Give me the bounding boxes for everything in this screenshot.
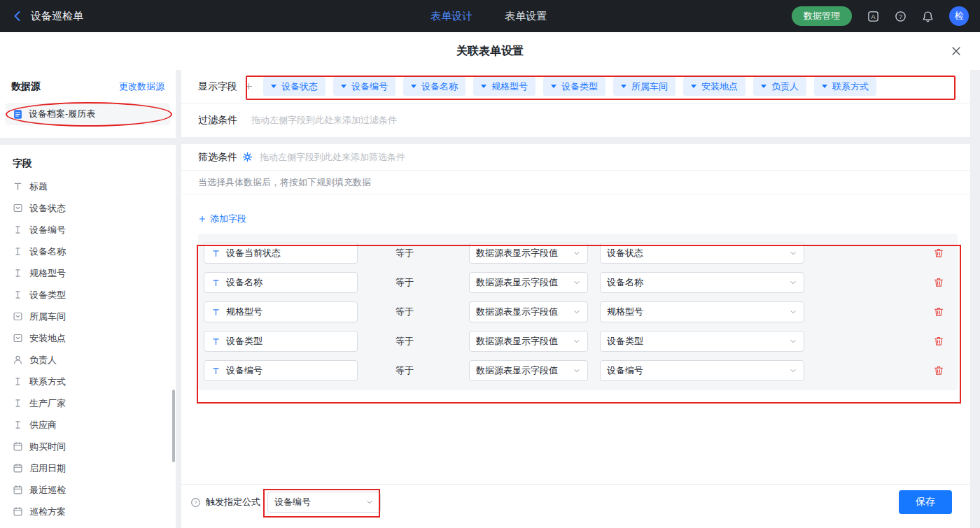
gear-icon[interactable] bbox=[242, 152, 253, 162]
select-icon bbox=[13, 311, 23, 322]
source-field-select[interactable]: 设备编号 bbox=[600, 360, 804, 381]
field-item-spec-model[interactable]: 规格型号 bbox=[0, 262, 176, 284]
datasource-item[interactable]: 设备档案-履历表 bbox=[6, 103, 170, 125]
display-filter-card: 显示字段 设备状态 设备编号 设备名称 规格型号 设备类型 所属车间 安装地点 … bbox=[181, 70, 970, 137]
close-icon[interactable] bbox=[951, 45, 962, 57]
display-field-chip[interactable]: 安装地点 bbox=[683, 77, 746, 96]
text-field-icon bbox=[211, 278, 220, 287]
tab-form-settings[interactable]: 表单设置 bbox=[505, 10, 547, 23]
source-field-select[interactable]: 设备状态 bbox=[600, 243, 804, 264]
field-item-workshop[interactable]: 所属车间 bbox=[0, 306, 176, 327]
display-field-chip[interactable]: 设备状态 bbox=[263, 77, 326, 96]
source-type-select[interactable]: 数据源表显示字段值 bbox=[469, 331, 588, 352]
source-type-select[interactable]: 数据源表显示字段值 bbox=[469, 272, 588, 293]
field-item-owner[interactable]: 负责人 bbox=[0, 349, 176, 371]
field-item-contact[interactable]: 联系方式 bbox=[0, 371, 176, 392]
field-item-device-no[interactable]: 设备编号 bbox=[0, 219, 176, 241]
filter-dropzone[interactable]: 拖动左侧字段到此处来添加过滤条件 bbox=[251, 114, 397, 127]
field-item-purchase-date[interactable]: 购买时间 bbox=[0, 436, 176, 457]
target-field-label: 规格型号 bbox=[226, 306, 262, 318]
chevron-down-icon bbox=[822, 85, 827, 88]
display-fields-label: 显示字段 bbox=[198, 80, 237, 93]
target-field-input[interactable]: 设备当前状态 bbox=[204, 243, 358, 264]
help-icon[interactable] bbox=[190, 497, 201, 508]
source-type-value: 数据源表显示字段值 bbox=[476, 364, 558, 377]
add-display-field-icon[interactable] bbox=[244, 82, 253, 91]
field-item-last-inspect[interactable]: 最近巡检 bbox=[0, 479, 176, 501]
source-field-select[interactable]: 设备类型 bbox=[600, 331, 804, 352]
display-field-chip[interactable]: 设备名称 bbox=[403, 77, 465, 96]
date-icon bbox=[13, 441, 23, 452]
source-field-select[interactable]: 规格型号 bbox=[600, 301, 804, 322]
chip-label: 设备类型 bbox=[561, 80, 598, 93]
help-icon[interactable] bbox=[895, 10, 906, 22]
display-field-chip[interactable]: 联系方式 bbox=[814, 77, 876, 96]
display-fields-row: 显示字段 设备状态 设备编号 设备名称 规格型号 设备类型 所属车间 安装地点 … bbox=[181, 70, 970, 104]
text-field-icon bbox=[211, 308, 220, 317]
display-field-chip[interactable]: 所属车间 bbox=[613, 77, 676, 96]
app-window: 设备巡检单 表单设计 表单设置 数据管理 检 关联表单设置 数据源 更改数据源 bbox=[0, 0, 980, 528]
field-item-manufacturer[interactable]: 生产厂家 bbox=[0, 392, 176, 414]
source-type-select[interactable]: 数据源表显示字段值 bbox=[469, 243, 588, 264]
sidebar-scrollbar[interactable] bbox=[172, 390, 175, 462]
fields-title: 字段 bbox=[0, 145, 176, 176]
field-label: 设备类型 bbox=[29, 289, 66, 301]
data-manage-button[interactable]: 数据管理 bbox=[792, 6, 852, 26]
chevron-down-icon bbox=[411, 85, 416, 88]
field-item-location[interactable]: 安装地点 bbox=[0, 327, 176, 349]
target-field-input[interactable]: 设备编号 bbox=[204, 360, 358, 381]
sidebar: 数据源 更改数据源 设备档案-履历表 字段 标题 设备状态 设备编号 设备名称 … bbox=[0, 70, 176, 528]
source-field-select[interactable]: 设备名称 bbox=[600, 272, 804, 293]
display-field-chip[interactable]: 规格型号 bbox=[473, 77, 536, 96]
field-label: 启用日期 bbox=[29, 462, 66, 475]
chevron-down-icon bbox=[573, 278, 581, 287]
delete-rule-icon[interactable] bbox=[933, 306, 944, 317]
screen-condition-row: 筛选条件 拖动左侧字段到此处来添加筛选条件 bbox=[181, 144, 970, 171]
display-field-chip[interactable]: 负责人 bbox=[753, 77, 806, 96]
chevron-down-icon bbox=[573, 249, 581, 257]
fields-card: 字段 标题 设备状态 设备编号 设备名称 规格型号 设备类型 所属车间 安装地点… bbox=[0, 145, 176, 528]
trigger-field-select[interactable]: 设备编号 bbox=[267, 492, 381, 513]
delete-rule-icon[interactable] bbox=[933, 277, 944, 288]
target-field-input[interactable]: 设备类型 bbox=[204, 331, 358, 352]
field-item-device-type[interactable]: 设备类型 bbox=[0, 284, 176, 306]
rule-row: 设备名称 等于 数据源表显示字段值 设备名称 bbox=[204, 272, 951, 293]
back-icon[interactable] bbox=[11, 10, 24, 22]
delete-rule-icon[interactable] bbox=[933, 365, 944, 376]
tab-form-design[interactable]: 表单设计 bbox=[430, 10, 472, 23]
avatar[interactable]: 检 bbox=[949, 6, 969, 26]
screen-condition-dropzone[interactable]: 拖动左侧字段到此处来添加筛选条件 bbox=[260, 151, 405, 164]
field-item-inspect-plan[interactable]: 巡检方案 bbox=[0, 501, 176, 522]
target-field-input[interactable]: 规格型号 bbox=[204, 301, 358, 322]
field-item-enable-date[interactable]: 启用日期 bbox=[0, 457, 176, 479]
display-field-chip[interactable]: 设备类型 bbox=[543, 77, 606, 96]
chip-label: 设备编号 bbox=[351, 80, 388, 93]
chevron-down-icon bbox=[573, 308, 581, 316]
text-field-icon bbox=[211, 249, 220, 258]
source-type-select[interactable]: 数据源表显示字段值 bbox=[469, 301, 588, 322]
field-item-device-status[interactable]: 设备状态 bbox=[0, 197, 176, 219]
save-button[interactable]: 保存 bbox=[899, 490, 952, 514]
source-field-value: 规格型号 bbox=[607, 306, 643, 318]
source-type-value: 数据源表显示字段值 bbox=[476, 306, 558, 318]
change-datasource-link[interactable]: 更改数据源 bbox=[119, 80, 164, 93]
target-field-input[interactable]: 设备名称 bbox=[204, 272, 358, 293]
field-item-supplier[interactable]: 供应商 bbox=[0, 414, 176, 436]
field-item-title[interactable]: 标题 bbox=[0, 176, 176, 197]
chevron-down-icon bbox=[789, 308, 797, 316]
chip-label: 所属车间 bbox=[631, 80, 668, 93]
translate-icon[interactable] bbox=[867, 10, 879, 22]
chevron-down-icon bbox=[621, 85, 626, 88]
operator-label: 等于 bbox=[396, 364, 415, 377]
source-type-select[interactable]: 数据源表显示字段值 bbox=[469, 360, 588, 381]
chip-label: 设备状态 bbox=[281, 80, 318, 93]
bell-icon[interactable] bbox=[922, 10, 934, 22]
add-field-button[interactable]: 添加字段 bbox=[198, 213, 246, 225]
delete-rule-icon[interactable] bbox=[933, 248, 944, 259]
title-icon bbox=[13, 181, 23, 192]
plus-icon bbox=[198, 215, 206, 223]
display-field-chip[interactable]: 设备编号 bbox=[333, 77, 396, 96]
field-item-device-name[interactable]: 设备名称 bbox=[0, 241, 176, 262]
delete-rule-icon[interactable] bbox=[933, 336, 944, 347]
datasource-item-label: 设备档案-履历表 bbox=[29, 108, 95, 120]
